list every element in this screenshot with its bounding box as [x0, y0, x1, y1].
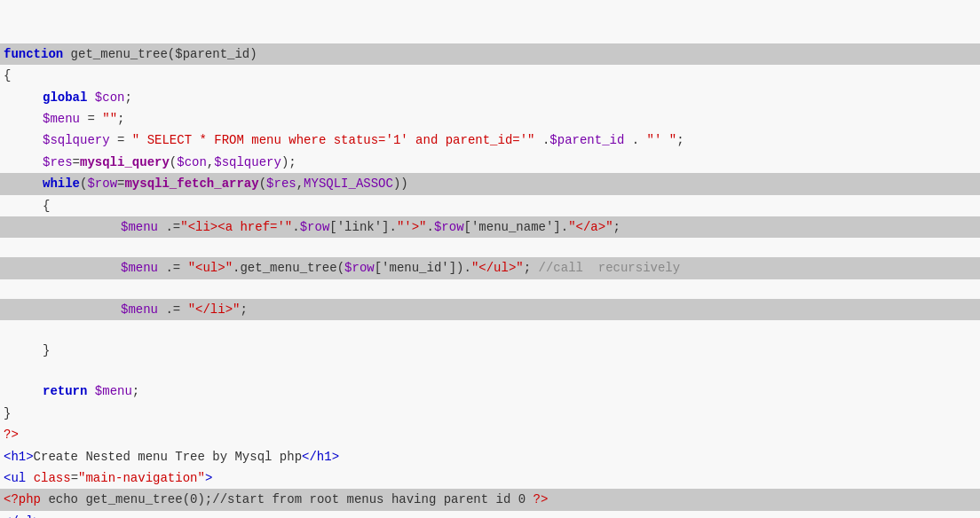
- code-line: {: [0, 65, 980, 86]
- token-plain: .: [535, 133, 550, 147]
- token-str-red: "</a>": [568, 220, 612, 234]
- token-plain: ;: [117, 112, 124, 126]
- code-line: [0, 238, 980, 257]
- token-plain: (: [170, 155, 177, 169]
- code-line: return $menu;: [0, 381, 980, 402]
- token-kw-purple: mysqli_fetch_array: [124, 177, 258, 191]
- token-plain: .get_menu_tree(: [233, 261, 344, 275]
- token-tag-blue: </h1>: [302, 450, 339, 464]
- token-plain: .: [427, 220, 434, 234]
- token-plain: (: [259, 177, 266, 191]
- token-plain: ;: [676, 133, 684, 147]
- token-plain: ,: [296, 177, 304, 191]
- token-plain: ['menu_id']).: [375, 261, 471, 275]
- token-str-red: "<ul>": [188, 261, 233, 275]
- token-plain: .=: [158, 302, 188, 317]
- token-plain: ;: [240, 302, 247, 317]
- token-str-red: "' ": [647, 133, 677, 147]
- token-plain: =: [71, 471, 78, 485]
- token-kw-blue: global: [43, 90, 87, 105]
- token-plain: {: [4, 68, 11, 82]
- code-line: {: [0, 195, 980, 216]
- token-var: $menu: [87, 384, 131, 398]
- code-line: $menu .="<li><a href='".$row['link']."'>…: [0, 216, 980, 238]
- token-comment: //call recursively: [539, 261, 681, 275]
- token-plain: =: [73, 155, 80, 169]
- token-plain: echo get_menu_tree(: [41, 492, 190, 506]
- token-tag-blue: >: [205, 471, 212, 485]
- token-plain: ['menu_name'].: [464, 220, 569, 234]
- token-var: $parent_id: [549, 133, 624, 147]
- token-php-tag: ?>: [533, 492, 549, 506]
- token-var: $res: [266, 177, 296, 191]
- code-line: $menu = "";: [0, 108, 980, 130]
- code-line: }: [0, 340, 980, 361]
- token-plain: ;: [132, 384, 139, 398]
- token-php-tag: ?>: [4, 428, 19, 442]
- token-plain: ;: [524, 261, 539, 275]
- token-str-red: "<li><a href='": [180, 220, 292, 234]
- token-plain: .=: [158, 220, 180, 234]
- token-tag-blue: </ul>: [4, 514, 41, 518]
- token-var: $row: [300, 220, 330, 234]
- token-str-red: "'>": [397, 220, 427, 234]
- code-line: }: [0, 403, 980, 424]
- token-plain: =: [110, 133, 132, 147]
- token-plain: {: [43, 199, 50, 213]
- token-str-red: "</ul>": [471, 261, 524, 275]
- token-var: $sqlquery: [214, 155, 281, 169]
- token-plain: ,: [207, 155, 214, 169]
- code-line: function get_menu_tree($parent_id): [0, 43, 980, 65]
- token-kw-blue: function: [4, 47, 63, 61]
- token-str-red: "main-navigation": [78, 471, 205, 485]
- code-line: [0, 361, 980, 381]
- token-var: $row: [87, 177, 117, 191]
- code-line: </ul>: [0, 511, 980, 518]
- code-line: <h1>Create Nested menu Tree by Mysql php…: [0, 446, 980, 467]
- token-var: $con: [87, 90, 124, 105]
- token-tag-blue: <h1>: [4, 450, 34, 464]
- code-line: $res=mysqli_query($con,$sqlquery);: [0, 152, 980, 173]
- token-plain: ;: [613, 220, 620, 234]
- code-line: <ul class="main-navigation">: [0, 467, 980, 489]
- token-plain: .: [624, 133, 646, 147]
- code-line: $sqlquery = " SELECT * FROM menu where s…: [0, 130, 980, 151]
- token-plain: ['link'].: [329, 220, 397, 234]
- code-line: [0, 279, 980, 299]
- token-var: $sqlquery: [43, 133, 110, 147]
- token-var: $row: [434, 220, 464, 234]
- code-editor: function get_menu_tree($parent_id){globa…: [0, 0, 980, 518]
- code-line: $menu .= "<ul>".get_menu_tree($row['menu…: [0, 257, 980, 279]
- code-line: ?>: [0, 424, 980, 445]
- code-line: global $con;: [0, 87, 980, 108]
- token-str-red: "": [102, 112, 117, 126]
- code-block: function get_menu_tree($parent_id){globa…: [0, 0, 980, 518]
- token-plain: );//start from root menus having parent …: [197, 492, 533, 506]
- token-plain: get_menu_tree($parent_id): [63, 47, 257, 61]
- token-var: MYSQLI_ASSOC: [304, 177, 393, 191]
- token-kw-purple: mysqli_query: [80, 155, 170, 169]
- token-plain: ;: [124, 90, 131, 105]
- token-var: $con: [177, 155, 207, 169]
- code-line: [0, 320, 980, 340]
- token-var: $row: [344, 261, 375, 275]
- code-line: while($row=mysqli_fetch_array($res,MYSQL…: [0, 173, 980, 194]
- token-tag-blue: <ul: [4, 471, 26, 485]
- token-attr-red: class: [34, 471, 71, 485]
- token-str-red: "</li>": [188, 302, 241, 317]
- token-plain: );: [281, 155, 296, 169]
- token-plain: Create Nested menu Tree by Mysql php: [34, 450, 302, 464]
- token-kw-blue: while: [43, 177, 80, 191]
- token-plain: =: [80, 112, 102, 126]
- token-var: $menu: [121, 261, 158, 275]
- code-line: $menu .= "</li>";: [0, 299, 980, 320]
- token-plain: }: [43, 343, 50, 357]
- token-str-red: " SELECT * FROM menu where status='1' an…: [132, 133, 535, 147]
- token-kw-blue: return: [43, 384, 87, 398]
- token-var: $res: [43, 155, 73, 169]
- token-php-tag: <?php: [4, 492, 41, 506]
- token-plain: [26, 471, 33, 485]
- token-plain: )): [393, 177, 408, 191]
- token-plain: .=: [158, 261, 188, 275]
- token-plain: .: [292, 220, 299, 234]
